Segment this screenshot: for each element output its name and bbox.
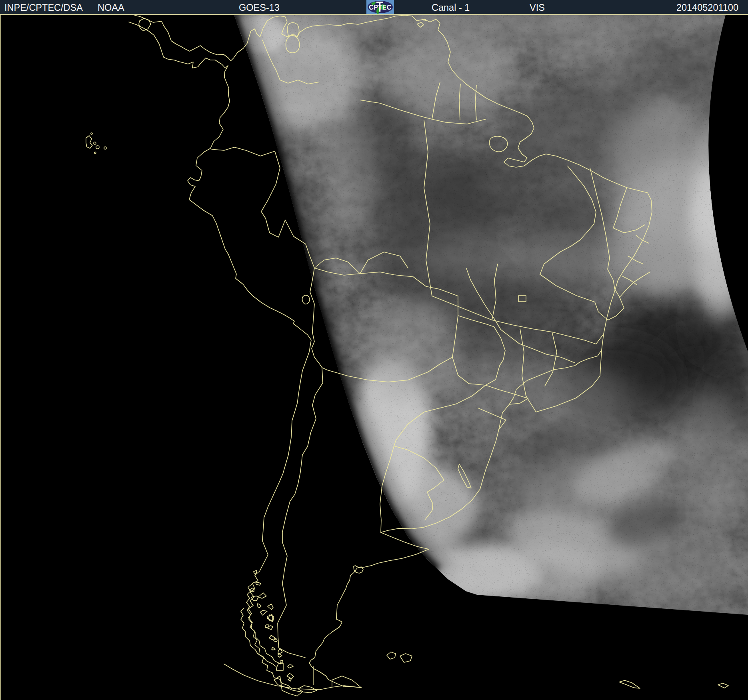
svg-text:Canal - 1: Canal - 1 bbox=[432, 2, 470, 13]
svg-text:VIS: VIS bbox=[530, 2, 545, 13]
svg-text:NOAA: NOAA bbox=[98, 2, 124, 13]
svg-text:201405201100: 201405201100 bbox=[676, 2, 738, 13]
svg-text:INPE/CPTEC/DSA: INPE/CPTEC/DSA bbox=[4, 2, 83, 13]
svg-text:GOES-13: GOES-13 bbox=[239, 2, 280, 13]
